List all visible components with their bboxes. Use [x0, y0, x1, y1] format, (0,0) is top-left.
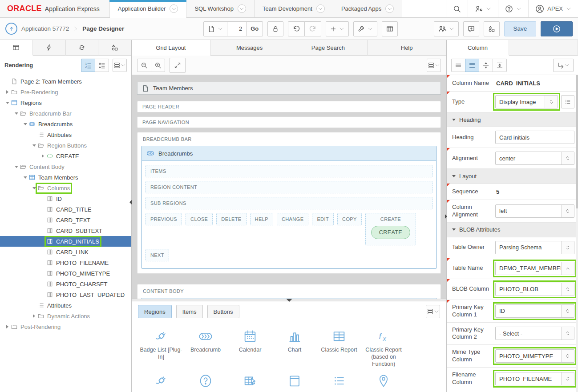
gallery-tab-items[interactable]: Items [176, 305, 203, 318]
application-label[interactable]: Application 57772 [21, 25, 69, 32]
center-tab-grid-layout[interactable]: Grid Layout [132, 40, 210, 56]
button-slot-close[interactable]: CLOSE [186, 213, 213, 225]
property-scrollbar[interactable] [576, 75, 578, 392]
gallery-item-calendar[interactable]: Calendar [228, 323, 272, 368]
tab-dynamic-actions[interactable] [33, 40, 66, 56]
tree-node-card-text[interactable]: CARD_TEXT [0, 215, 131, 225]
tree-node-attributes[interactable]: Attributes [0, 300, 131, 311]
go-button[interactable]: Go [246, 21, 263, 36]
tree-node-page-2-team-members[interactable]: Page 2: Team Members [0, 76, 131, 87]
tree-toggle[interactable] [30, 144, 38, 147]
gallery-item-legacy-calendar[interactable]: Legacy Calendar [272, 368, 317, 392]
select-spinner[interactable] [561, 372, 574, 385]
nav-tab-team-development[interactable]: Team Development [255, 0, 333, 17]
undo-button[interactable] [288, 21, 305, 36]
gallery-item-chart[interactable]: Chart [272, 323, 317, 368]
layout-menu-button[interactable] [427, 59, 441, 72]
select-control[interactable]: - Select - [495, 327, 574, 340]
tree-node-card-title[interactable]: CARD_TITLE [0, 204, 131, 215]
select-control[interactable]: DEMO_TEAM_MEMBERS [495, 262, 574, 275]
select-spinner[interactable] [561, 241, 574, 254]
tree-node-dynamic-actions[interactable]: Dynamic Actions [0, 311, 131, 321]
button-slot-delete[interactable]: DELETE [216, 213, 246, 225]
search-button[interactable] [446, 0, 468, 17]
tab-column[interactable]: Column [447, 40, 509, 56]
tree-node-card-subtext[interactable]: CARD_SUBTEXT [0, 225, 131, 236]
administration-menu[interactable] [468, 0, 498, 17]
nav-tab-packaged-apps[interactable]: Packaged Apps [333, 0, 402, 17]
section-layout[interactable]: Layout [447, 169, 578, 184]
tree-node-pre-rendering[interactable]: Pre-Rendering [0, 87, 131, 97]
tree-node-team-members[interactable]: Team Members [0, 172, 131, 183]
tree-node-photo-last-updated[interactable]: PHOTO_LAST_UPDATED [0, 289, 131, 300]
layout-columns-button[interactable] [382, 21, 398, 36]
tab-menu-button[interactable] [385, 4, 394, 13]
tab-menu-button[interactable] [170, 4, 178, 13]
select-spinner[interactable] [561, 305, 574, 317]
select-spinner[interactable] [561, 350, 574, 362]
zoom-out-button[interactable] [137, 59, 151, 72]
slot-page-navigation[interactable]: PAGE NAVIGATION [137, 116, 441, 128]
team-dev-menu-button[interactable] [434, 21, 459, 36]
select-control[interactable]: PHOTO_BLOB [495, 283, 574, 296]
breadcrumbs-region-header[interactable]: Breadcrumbs [142, 146, 436, 161]
page-selector-button[interactable] [203, 21, 227, 36]
button-slot-previous[interactable]: PREVIOUS [146, 213, 182, 225]
up-to-application-button[interactable] [5, 23, 17, 35]
gallery-tab-regions[interactable]: Regions [138, 305, 172, 318]
button-slot-help[interactable]: HELP [250, 213, 273, 225]
gallery-item-help-text[interactable]: Help Text [183, 368, 228, 392]
gallery-item-map-chart[interactable]: Map Chart [361, 368, 406, 392]
select-control[interactable]: PHOTO_MIMETYPE [495, 349, 574, 363]
slot-next[interactable]: NEXT [146, 249, 169, 261]
create-button[interactable]: CREATE [371, 226, 410, 239]
tree-node-region-buttons[interactable]: Region Buttons [0, 140, 131, 151]
tab-menu-button[interactable] [238, 4, 246, 13]
section-heading[interactable]: Heading [447, 112, 578, 127]
tree-node-attributes[interactable]: Attributes [0, 129, 131, 140]
tree-node-regions[interactable]: Regions [0, 97, 131, 108]
canvas-page-title[interactable]: Team Members [137, 82, 441, 95]
tree-node-breadcrumb-bar[interactable]: Breadcrumb Bar [0, 108, 131, 119]
select-control[interactable]: center [495, 152, 574, 165]
tree-node-photo-filename[interactable]: PHOTO_FILENAME [0, 257, 131, 268]
nav-tab-application-builder[interactable]: Application Builder [110, 0, 187, 18]
gallery-item-badge-list-plug-in-[interactable]: Badge List [Plug-In] [139, 323, 183, 368]
redo-button[interactable] [304, 21, 321, 36]
button-slot-edit[interactable]: EDIT [312, 213, 334, 225]
gallery-menu-button[interactable] [426, 305, 440, 318]
select-spinner[interactable] [561, 152, 574, 164]
tab-rendering[interactable] [0, 40, 33, 56]
zoom-in-button[interactable] [151, 59, 165, 72]
tree-node-breadcrumbs[interactable]: Breadcrumbs [0, 119, 131, 129]
slot-region-content[interactable]: REGION CONTENT [146, 181, 432, 193]
user-menu[interactable]: APEX [528, 0, 578, 17]
expand-all-button[interactable] [493, 59, 507, 72]
select-control[interactable]: ID [495, 304, 574, 318]
select-control[interactable]: Parsing Schema [495, 241, 574, 254]
expand-button[interactable] [170, 58, 186, 73]
tree-toggle[interactable] [21, 176, 29, 179]
tab-shared-components[interactable] [98, 40, 131, 56]
select-spinner[interactable] [545, 96, 558, 108]
gallery-item-classic-report-based-on-function-[interactable]: fxClassic Report (based on Function) [361, 323, 406, 368]
utilities-menu-button[interactable] [353, 21, 377, 36]
lock-button[interactable] [267, 21, 283, 36]
nav-tab-sql-workshop[interactable]: SQL Workshop [186, 0, 254, 17]
tree-toggle[interactable] [39, 154, 47, 158]
tree-node-photo-charset[interactable]: PHOTO_CHARSET [0, 279, 131, 289]
tree-node-card-initials[interactable]: CARD_INITIALS [0, 236, 131, 247]
left-splitter-handle[interactable] [129, 200, 132, 204]
tab-processing[interactable] [66, 40, 99, 56]
go-to-group-button[interactable] [553, 59, 574, 72]
tree-node-create[interactable]: CREATE [0, 151, 131, 161]
gallery-item-d3-bar-chart[interactable]: D3 Bar Chart [139, 368, 183, 392]
tree-node-photo-mimetype[interactable]: PHOTO_MIMETYPE [0, 268, 131, 279]
collapse-handle-icon[interactable] [286, 299, 292, 302]
shared-components-button[interactable] [484, 21, 500, 36]
text-input[interactable]: Card initials [495, 131, 574, 144]
button-slot-copy[interactable]: COPY [337, 213, 362, 225]
center-tab-messages[interactable]: Messages [210, 40, 289, 56]
tree-toggle[interactable] [12, 166, 20, 168]
tab-menu-button[interactable] [316, 4, 325, 13]
